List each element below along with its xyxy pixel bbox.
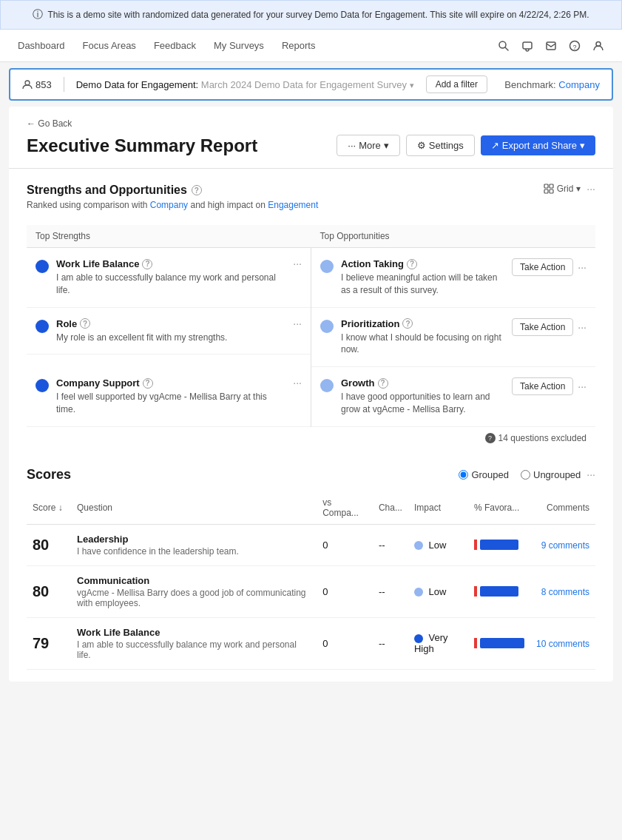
nav-feedback[interactable]: Feedback — [154, 38, 196, 53]
help-icon[interactable]: ? — [569, 40, 581, 52]
svg-rect-10 — [544, 189, 548, 193]
score-row-3: 79 Work Life Balance I am able to succes… — [27, 617, 595, 669]
strength-3-content: Company Support ? I feel well supported … — [56, 377, 285, 416]
account-icon[interactable] — [592, 40, 604, 52]
nav-bar: Dashboard Focus Areas Feedback My Survey… — [0, 30, 622, 62]
take-action-2-button[interactable]: Take Action — [512, 318, 573, 336]
report-actions: ··· More ▾ ⚙ Settings ↗ Export and Share… — [337, 135, 595, 156]
notifications-icon[interactable] — [521, 40, 533, 52]
strengths-section: Strengths and Opportunities ? Ranked usi… — [27, 184, 595, 449]
grouped-radio[interactable] — [459, 470, 468, 480]
settings-button[interactable]: ⚙ Settings — [406, 135, 475, 156]
ungrouped-label[interactable]: Ungrouped — [521, 469, 581, 480]
nav-reports[interactable]: Reports — [282, 38, 316, 53]
vs-company-col-header: vs Compa... — [317, 491, 373, 525]
score-col-header: Score ↓ — [27, 491, 71, 525]
opportunity-1-info-icon[interactable]: ? — [407, 259, 417, 269]
score-3-value: 79 — [27, 617, 71, 669]
strengths-row-1: Work Life Balance ? I am able to success… — [27, 248, 595, 308]
strength-1-dot — [36, 260, 49, 273]
engagement-link[interactable]: Engagement — [268, 200, 318, 210]
nav-my-surveys[interactable]: My Surveys — [214, 38, 264, 53]
ungrouped-radio[interactable] — [521, 470, 530, 480]
score-2-comments-link[interactable]: 8 comments — [541, 587, 589, 597]
add-filter-button[interactable]: Add a filter — [426, 75, 487, 93]
more-chevron-icon: ▾ — [384, 140, 389, 151]
strength-2-desc: My role is an excellent fit with my stre… — [56, 332, 285, 344]
strength-1-more-btn[interactable]: ··· — [293, 258, 302, 269]
benchmark-link[interactable]: Company — [558, 79, 600, 90]
more-dots-icon: ··· — [348, 140, 356, 151]
grouped-label[interactable]: Grouped — [459, 469, 509, 480]
nav-focus-areas[interactable]: Focus Areas — [83, 38, 136, 53]
scores-more-button[interactable]: ··· — [586, 469, 595, 480]
export-button[interactable]: ↗ Export and Share ▾ — [481, 135, 595, 155]
survey-dropdown-btn[interactable]: ▾ — [410, 81, 414, 90]
strength-2-dot — [36, 320, 49, 333]
top-opportunities-header: Top Opportunities — [311, 225, 596, 248]
strengths-more-button[interactable]: ··· — [586, 184, 595, 194]
mail-icon[interactable] — [545, 40, 557, 52]
strength-2-info-icon[interactable]: ? — [80, 318, 90, 329]
export-share-icon: ↗ — [491, 140, 499, 151]
strength-2-cell: Role ? My role is an excellent fit with … — [27, 308, 311, 368]
opportunity-2-more-btn[interactable]: ··· — [578, 322, 586, 332]
svg-point-7 — [25, 81, 30, 85]
change-col-header: Cha... — [373, 491, 408, 525]
opportunity-1-cell: Action Taking ? I believe meaningful act… — [311, 248, 596, 308]
strengths-section-title: Strengths and Opportunities ? — [27, 184, 318, 197]
info-icon: ⓘ — [33, 8, 43, 21]
search-icon[interactable] — [498, 40, 510, 52]
take-action-1-button[interactable]: Take Action — [512, 258, 573, 276]
score-2-bar-container — [474, 586, 524, 597]
main-content: ← Go Back Executive Summary Report ··· M… — [9, 107, 613, 682]
opportunity-3-dot — [320, 379, 334, 392]
strengths-info-icon[interactable]: ? — [192, 185, 202, 195]
strength-2-more-btn[interactable]: ··· — [293, 318, 302, 329]
grid-chevron-icon: ▾ — [576, 184, 581, 194]
svg-rect-8 — [544, 184, 548, 188]
score-2-impact: Low — [408, 565, 468, 617]
export-chevron-icon: ▾ — [580, 140, 585, 151]
take-action-3-button[interactable]: Take Action — [512, 377, 573, 395]
report-title: Executive Summary Report — [27, 135, 257, 156]
score-3-comments-link[interactable]: 10 comments — [536, 639, 589, 649]
nav-links: Dashboard Focus Areas Feedback My Survey… — [18, 38, 315, 53]
opportunity-3-info-icon[interactable]: ? — [378, 378, 388, 389]
filter-bar: 853 Demo Data for Engagement: March 2024… — [9, 68, 613, 101]
opportunity-1-desc: I believe meaningful action will be take… — [341, 272, 504, 297]
opportunity-3-more-btn[interactable]: ··· — [578, 381, 586, 392]
go-back-button[interactable]: ← Go Back — [27, 118, 595, 129]
strength-3-dot — [36, 379, 49, 392]
scores-section: Scores Grouped Ungrouped ··· — [27, 467, 595, 670]
company-link[interactable]: Company — [150, 200, 188, 210]
score-1-bar-container — [474, 540, 524, 550]
opportunity-3-cell: Growth ? I have good opportunities to le… — [311, 367, 596, 427]
opportunity-2-info-icon[interactable]: ? — [402, 318, 413, 329]
benchmark-label: Benchmark: Company — [504, 79, 600, 90]
score-3-bar-red — [474, 638, 477, 648]
svg-line-1 — [505, 47, 508, 50]
score-3-change: -- — [373, 617, 408, 669]
strength-3-title: Company Support ? — [56, 377, 285, 389]
strengths-header: Strengths and Opportunities ? Ranked usi… — [27, 184, 595, 219]
more-button[interactable]: ··· More ▾ — [337, 135, 399, 156]
opportunity-1-more-btn[interactable]: ··· — [578, 262, 586, 272]
nav-dashboard[interactable]: Dashboard — [18, 38, 65, 53]
score-1-comments-link[interactable]: 9 comments — [541, 540, 589, 551]
opportunity-2-desc: I know what I should be focusing on righ… — [341, 332, 504, 357]
survey-label: Demo Data for Engagement: — [76, 79, 198, 90]
strengths-table: Top Strengths Top Opportunities Work Lif… — [27, 225, 595, 427]
score-1-bar — [468, 524, 530, 565]
score-1-comments: 9 comments — [530, 524, 595, 565]
score-2-bar-blue — [480, 586, 518, 597]
grid-view-button[interactable]: Grid ▾ — [544, 184, 581, 194]
strength-3-info-icon[interactable]: ? — [143, 378, 153, 389]
svg-rect-2 — [523, 42, 532, 49]
score-2-vs-company: 0 — [317, 565, 373, 617]
scores-table: Score ↓ Question vs Compa... Cha... Impa… — [27, 491, 595, 670]
strength-3-more-btn[interactable]: ··· — [293, 377, 302, 388]
header-divider — [9, 168, 613, 169]
strength-1-info-icon[interactable]: ? — [142, 259, 152, 269]
scores-header: Scores Grouped Ungrouped ··· — [27, 467, 595, 483]
